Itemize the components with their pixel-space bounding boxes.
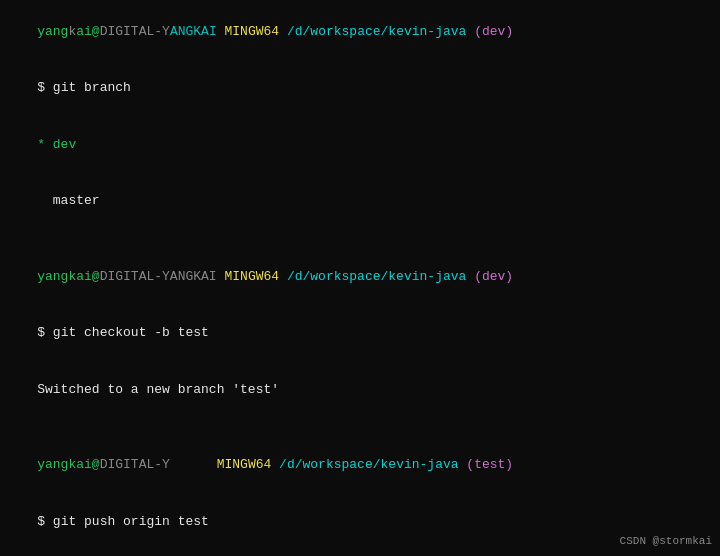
line-12: Total 0 (delta 0), reused 0 (delta 0), p… [6, 550, 714, 556]
line-10: yangkai@DIGITAL-Y MINGW64 /d/workspace/k… [6, 437, 714, 494]
watermark: CSDN @stormkai [620, 534, 712, 550]
line-3: * dev [6, 117, 714, 174]
blank-2 [6, 419, 714, 438]
terminal: yangkai@DIGITAL-YANGKAI MINGW64 /d/works… [0, 0, 720, 556]
blank-1 [6, 230, 714, 249]
line-4: master [6, 174, 714, 231]
line-7: $ git checkout -b test [6, 306, 714, 363]
line-6: yangkai@DIGITAL-YANGKAI MINGW64 /d/works… [6, 249, 714, 306]
line-8: Switched to a new branch 'test' [6, 362, 714, 419]
line-11: $ git push origin test [6, 494, 714, 551]
line-2: $ git branch [6, 61, 714, 118]
line-1: yangkai@DIGITAL-YANGKAI MINGW64 /d/works… [6, 4, 714, 61]
